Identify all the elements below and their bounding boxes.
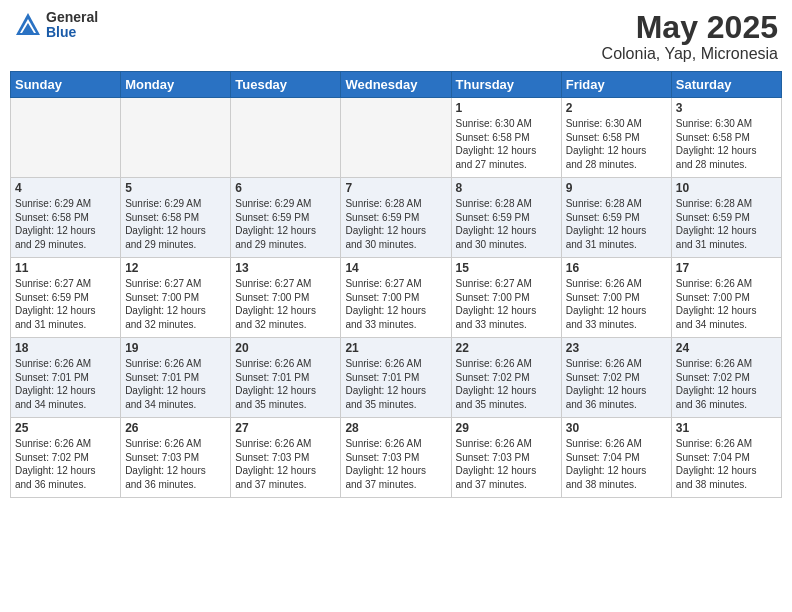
day-number: 3	[676, 101, 777, 115]
day-number: 16	[566, 261, 667, 275]
day-of-week-header: Friday	[561, 72, 671, 98]
day-number: 20	[235, 341, 336, 355]
logo: General Blue	[14, 10, 98, 41]
day-number: 24	[676, 341, 777, 355]
day-number: 8	[456, 181, 557, 195]
day-number: 13	[235, 261, 336, 275]
day-info: Sunrise: 6:30 AM Sunset: 6:58 PM Dayligh…	[676, 117, 777, 171]
calendar-cell: 6Sunrise: 6:29 AM Sunset: 6:59 PM Daylig…	[231, 178, 341, 258]
calendar-cell	[121, 98, 231, 178]
day-number: 23	[566, 341, 667, 355]
day-number: 12	[125, 261, 226, 275]
day-number: 7	[345, 181, 446, 195]
calendar-cell	[341, 98, 451, 178]
calendar-cell: 23Sunrise: 6:26 AM Sunset: 7:02 PM Dayli…	[561, 338, 671, 418]
day-info: Sunrise: 6:26 AM Sunset: 7:01 PM Dayligh…	[15, 357, 116, 411]
day-number: 5	[125, 181, 226, 195]
day-number: 1	[456, 101, 557, 115]
calendar-cell: 7Sunrise: 6:28 AM Sunset: 6:59 PM Daylig…	[341, 178, 451, 258]
day-info: Sunrise: 6:26 AM Sunset: 7:01 PM Dayligh…	[235, 357, 336, 411]
day-info: Sunrise: 6:27 AM Sunset: 7:00 PM Dayligh…	[125, 277, 226, 331]
day-info: Sunrise: 6:26 AM Sunset: 7:04 PM Dayligh…	[566, 437, 667, 491]
calendar-week-row: 18Sunrise: 6:26 AM Sunset: 7:01 PM Dayli…	[11, 338, 782, 418]
calendar-cell: 15Sunrise: 6:27 AM Sunset: 7:00 PM Dayli…	[451, 258, 561, 338]
logo-general-text: General	[46, 10, 98, 25]
calendar-cell: 16Sunrise: 6:26 AM Sunset: 7:00 PM Dayli…	[561, 258, 671, 338]
day-of-week-header: Sunday	[11, 72, 121, 98]
day-info: Sunrise: 6:27 AM Sunset: 7:00 PM Dayligh…	[345, 277, 446, 331]
day-number: 6	[235, 181, 336, 195]
day-of-week-header: Wednesday	[341, 72, 451, 98]
day-info: Sunrise: 6:26 AM Sunset: 7:03 PM Dayligh…	[125, 437, 226, 491]
calendar-cell: 29Sunrise: 6:26 AM Sunset: 7:03 PM Dayli…	[451, 418, 561, 498]
calendar-cell: 12Sunrise: 6:27 AM Sunset: 7:00 PM Dayli…	[121, 258, 231, 338]
day-info: Sunrise: 6:28 AM Sunset: 6:59 PM Dayligh…	[676, 197, 777, 251]
calendar-cell: 5Sunrise: 6:29 AM Sunset: 6:58 PM Daylig…	[121, 178, 231, 258]
calendar-cell	[11, 98, 121, 178]
calendar-table: SundayMondayTuesdayWednesdayThursdayFrid…	[10, 71, 782, 498]
day-info: Sunrise: 6:26 AM Sunset: 7:01 PM Dayligh…	[125, 357, 226, 411]
day-info: Sunrise: 6:29 AM Sunset: 6:58 PM Dayligh…	[15, 197, 116, 251]
day-info: Sunrise: 6:28 AM Sunset: 6:59 PM Dayligh…	[456, 197, 557, 251]
calendar-cell: 14Sunrise: 6:27 AM Sunset: 7:00 PM Dayli…	[341, 258, 451, 338]
day-info: Sunrise: 6:26 AM Sunset: 7:02 PM Dayligh…	[456, 357, 557, 411]
day-of-week-header: Monday	[121, 72, 231, 98]
day-info: Sunrise: 6:26 AM Sunset: 7:03 PM Dayligh…	[235, 437, 336, 491]
day-info: Sunrise: 6:26 AM Sunset: 7:00 PM Dayligh…	[566, 277, 667, 331]
calendar-week-row: 1Sunrise: 6:30 AM Sunset: 6:58 PM Daylig…	[11, 98, 782, 178]
calendar-cell: 11Sunrise: 6:27 AM Sunset: 6:59 PM Dayli…	[11, 258, 121, 338]
month-year: May 2025	[602, 10, 778, 45]
day-info: Sunrise: 6:28 AM Sunset: 6:59 PM Dayligh…	[345, 197, 446, 251]
day-info: Sunrise: 6:28 AM Sunset: 6:59 PM Dayligh…	[566, 197, 667, 251]
logo-blue-text: Blue	[46, 25, 98, 40]
day-info: Sunrise: 6:26 AM Sunset: 7:02 PM Dayligh…	[566, 357, 667, 411]
day-number: 19	[125, 341, 226, 355]
day-info: Sunrise: 6:27 AM Sunset: 6:59 PM Dayligh…	[15, 277, 116, 331]
day-info: Sunrise: 6:29 AM Sunset: 6:59 PM Dayligh…	[235, 197, 336, 251]
logo-text: General Blue	[46, 10, 98, 41]
day-number: 11	[15, 261, 116, 275]
calendar-week-row: 25Sunrise: 6:26 AM Sunset: 7:02 PM Dayli…	[11, 418, 782, 498]
calendar-cell: 13Sunrise: 6:27 AM Sunset: 7:00 PM Dayli…	[231, 258, 341, 338]
day-number: 26	[125, 421, 226, 435]
day-info: Sunrise: 6:26 AM Sunset: 7:02 PM Dayligh…	[15, 437, 116, 491]
day-info: Sunrise: 6:26 AM Sunset: 7:03 PM Dayligh…	[456, 437, 557, 491]
calendar-cell: 20Sunrise: 6:26 AM Sunset: 7:01 PM Dayli…	[231, 338, 341, 418]
day-info: Sunrise: 6:26 AM Sunset: 7:01 PM Dayligh…	[345, 357, 446, 411]
calendar-cell: 28Sunrise: 6:26 AM Sunset: 7:03 PM Dayli…	[341, 418, 451, 498]
page-header: General Blue May 2025 Colonia, Yap, Micr…	[10, 10, 782, 63]
day-info: Sunrise: 6:26 AM Sunset: 7:00 PM Dayligh…	[676, 277, 777, 331]
day-number: 30	[566, 421, 667, 435]
calendar-cell: 9Sunrise: 6:28 AM Sunset: 6:59 PM Daylig…	[561, 178, 671, 258]
day-number: 21	[345, 341, 446, 355]
calendar-cell: 3Sunrise: 6:30 AM Sunset: 6:58 PM Daylig…	[671, 98, 781, 178]
title-block: May 2025 Colonia, Yap, Micronesia	[602, 10, 778, 63]
day-info: Sunrise: 6:26 AM Sunset: 7:03 PM Dayligh…	[345, 437, 446, 491]
calendar-cell: 27Sunrise: 6:26 AM Sunset: 7:03 PM Dayli…	[231, 418, 341, 498]
day-number: 10	[676, 181, 777, 195]
day-number: 22	[456, 341, 557, 355]
calendar-cell: 17Sunrise: 6:26 AM Sunset: 7:00 PM Dayli…	[671, 258, 781, 338]
calendar-cell: 4Sunrise: 6:29 AM Sunset: 6:58 PM Daylig…	[11, 178, 121, 258]
day-number: 9	[566, 181, 667, 195]
location: Colonia, Yap, Micronesia	[602, 45, 778, 63]
day-number: 15	[456, 261, 557, 275]
calendar-cell: 31Sunrise: 6:26 AM Sunset: 7:04 PM Dayli…	[671, 418, 781, 498]
calendar-cell: 2Sunrise: 6:30 AM Sunset: 6:58 PM Daylig…	[561, 98, 671, 178]
day-info: Sunrise: 6:27 AM Sunset: 7:00 PM Dayligh…	[456, 277, 557, 331]
calendar-header-row: SundayMondayTuesdayWednesdayThursdayFrid…	[11, 72, 782, 98]
calendar-cell: 26Sunrise: 6:26 AM Sunset: 7:03 PM Dayli…	[121, 418, 231, 498]
calendar-cell: 22Sunrise: 6:26 AM Sunset: 7:02 PM Dayli…	[451, 338, 561, 418]
calendar-cell: 25Sunrise: 6:26 AM Sunset: 7:02 PM Dayli…	[11, 418, 121, 498]
calendar-cell: 24Sunrise: 6:26 AM Sunset: 7:02 PM Dayli…	[671, 338, 781, 418]
calendar-cell: 30Sunrise: 6:26 AM Sunset: 7:04 PM Dayli…	[561, 418, 671, 498]
day-number: 14	[345, 261, 446, 275]
calendar-cell	[231, 98, 341, 178]
logo-icon	[14, 11, 42, 39]
day-number: 31	[676, 421, 777, 435]
day-info: Sunrise: 6:30 AM Sunset: 6:58 PM Dayligh…	[456, 117, 557, 171]
day-number: 17	[676, 261, 777, 275]
day-info: Sunrise: 6:26 AM Sunset: 7:04 PM Dayligh…	[676, 437, 777, 491]
calendar-week-row: 11Sunrise: 6:27 AM Sunset: 6:59 PM Dayli…	[11, 258, 782, 338]
day-number: 18	[15, 341, 116, 355]
